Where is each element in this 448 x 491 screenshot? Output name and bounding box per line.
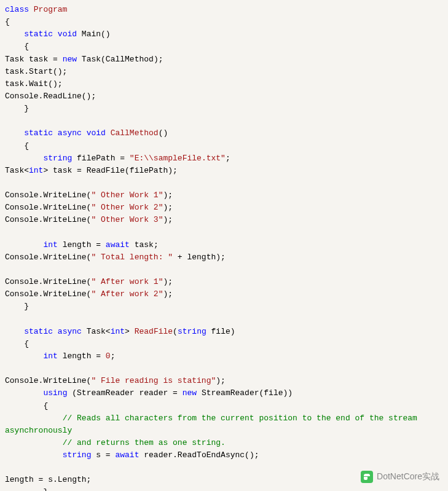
token-str: " Other Work 3"	[91, 215, 163, 224]
token-nm: CallMethod	[111, 128, 159, 138]
token-com: // Reads all characters from the current…	[5, 414, 422, 435]
token-kw: string	[43, 154, 77, 163]
token-kw: new	[183, 388, 202, 398]
token-kw: static async void	[24, 128, 110, 138]
token-kw: int	[29, 166, 43, 175]
token-com: // and returns them as one string.	[63, 438, 226, 447]
code-block: class Program { static void Main() { Tas…	[5, 4, 443, 491]
token-kw: class	[5, 5, 34, 14]
token-kw: int	[111, 327, 125, 336]
token-nm: ReadFile	[135, 327, 173, 336]
token-kw: new	[63, 55, 82, 64]
token-kw: static async	[24, 327, 86, 336]
token-kw: string	[178, 327, 211, 336]
token-str: "E:\\sampleFile.txt"	[130, 154, 226, 163]
token-str: 0	[106, 352, 111, 361]
token-str: " File reading is stating"	[91, 376, 216, 385]
token-str: " Other Work 1"	[91, 191, 163, 200]
token-str: " After work 1"	[91, 277, 163, 286]
token-str: " Other Work 2"	[91, 203, 163, 212]
token-kw: await	[115, 450, 144, 460]
token-kw: int	[43, 352, 62, 361]
token-str: " Total length: "	[91, 253, 173, 262]
token-kw: using	[43, 388, 72, 398]
token-kw: static void	[24, 29, 82, 39]
token-nm: Program	[34, 5, 68, 14]
token-str: " After work 2"	[91, 289, 163, 299]
token-kw: string	[63, 450, 96, 460]
token-kw: await	[106, 240, 135, 249]
token-kw: int	[43, 240, 62, 249]
